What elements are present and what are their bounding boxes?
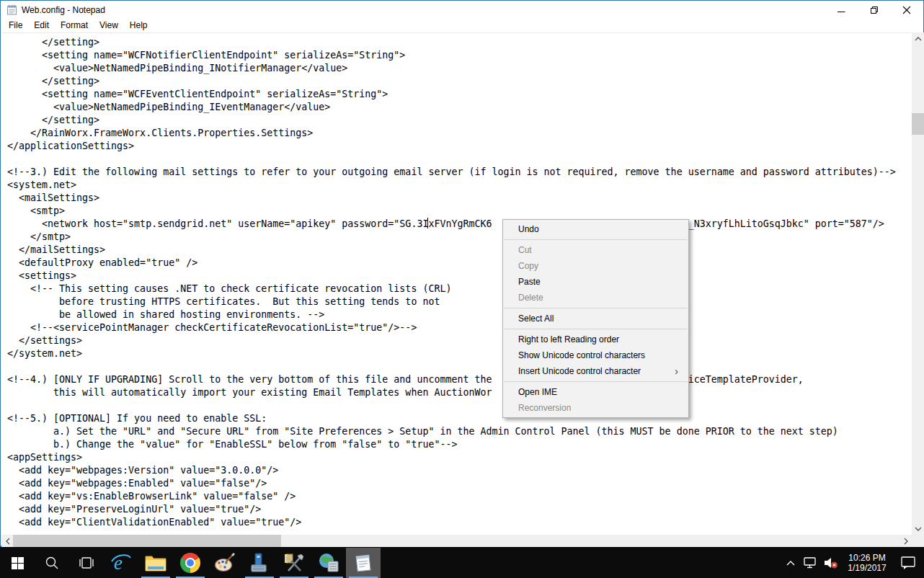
code-line: be allowed in shared hosting environment…: [7, 308, 912, 321]
context-menu-item-reconversion: Reconversion: [503, 400, 688, 416]
menu-separator: [504, 239, 688, 240]
code-line: <network host="smtp.sendgrid.net" userNa…: [7, 218, 912, 231]
clock-time: 10:26 PM: [842, 553, 892, 563]
context-menu: UndoCutCopyPasteDeleteSelect AllRight to…: [502, 219, 689, 418]
start-button[interactable]: [0, 548, 35, 578]
code-line: [7, 153, 912, 166]
context-menu-item-cut: Cut: [503, 242, 688, 258]
code-line: b.) Change the "value" for "EnableSSL" b…: [7, 438, 912, 451]
scrollbar-corner: [912, 535, 924, 547]
volume-muted-icon: [823, 556, 839, 569]
vertical-scroll-thumb[interactable]: [912, 113, 924, 135]
menu-bar: FileEditFormatViewHelp: [1, 18, 923, 32]
code-line: </setting>: [7, 114, 912, 127]
code-line: this will automatically import your exis…: [7, 386, 912, 399]
context-menu-item-undo[interactable]: Undo: [503, 221, 688, 237]
hidden-icons-chevron-icon: [786, 560, 795, 566]
chevron-left-icon: [6, 538, 10, 545]
notepad-app-icon: [6, 4, 17, 15]
file-explorer-icon: [145, 553, 166, 572]
horizontal-scrollbar[interactable]: [1, 535, 912, 547]
code-line: <!-- This setting causes .NET to check c…: [7, 283, 912, 295]
task-view-button[interactable]: [69, 548, 104, 578]
horizontal-scroll-thumb[interactable]: [13, 535, 281, 547]
code-line: <settings>: [7, 270, 912, 283]
context-menu-item-open-ime[interactable]: Open IME: [503, 384, 688, 400]
scroll-down-button[interactable]: [912, 523, 924, 535]
network-tray-button[interactable]: [800, 548, 820, 578]
hidden-icons-button[interactable]: [781, 548, 800, 578]
minimize-button[interactable]: [825, 1, 858, 18]
taskbar-clock[interactable]: 10:26 PM 1/19/2017: [842, 553, 892, 573]
admin-tools-button[interactable]: [277, 548, 311, 578]
search-icon: [45, 556, 59, 570]
code-line: <!--3.) Edit the following mail settings…: [7, 166, 912, 179]
code-line: </setting>: [7, 75, 912, 88]
file-explorer-button[interactable]: [138, 548, 173, 578]
context-menu-item-insert-unicode-control-character[interactable]: Insert Unicode control character›: [503, 363, 688, 379]
menu-help[interactable]: Help: [124, 18, 154, 32]
context-menu-item-show-unicode-control-characters[interactable]: Show Unicode control characters: [503, 347, 688, 363]
code-line: </applicationSettings>: [7, 140, 912, 153]
code-line: <!--5.) [OPTIONAL] If you need to enable…: [7, 412, 912, 425]
close-icon: [902, 6, 911, 14]
paint-icon: [214, 553, 236, 573]
context-menu-item-delete: Delete: [503, 290, 688, 306]
chevron-right-icon: [904, 538, 908, 545]
restore-button[interactable]: [858, 1, 890, 18]
code-line: </settings>: [7, 334, 912, 347]
action-center-icon: [900, 556, 916, 570]
chrome-button[interactable]: [173, 548, 208, 578]
scroll-right-button[interactable]: [899, 535, 912, 547]
code-line: <mailSettings>: [7, 192, 912, 205]
code-line: [7, 399, 912, 412]
internet-explorer-icon: e: [110, 552, 132, 574]
context-menu-item-copy: Copy: [503, 258, 688, 274]
menu-edit[interactable]: Edit: [28, 18, 55, 32]
submenu-arrow-icon: ›: [675, 363, 678, 379]
context-menu-item-right-to-left-reading-order[interactable]: Right to left Reading order: [503, 332, 688, 347]
context-menu-item-select-all[interactable]: Select All: [503, 311, 688, 326]
code-line: a.) Set the "URL" and "Secure URL" from …: [7, 425, 912, 438]
menu-separator: [504, 381, 688, 382]
admin-tools-icon: [283, 553, 305, 573]
code-line: </RainWorx.FrameWorx.Clients.Properties.…: [7, 127, 912, 140]
code-line: <add key="PreserveLoginUrl" value="true"…: [7, 503, 912, 516]
system-tool-icon: [249, 553, 270, 573]
code-line: </setting>: [7, 36, 912, 49]
code-line: <add key="webpages:Version" value="3.0.0…: [7, 464, 912, 477]
minimize-icon: [838, 6, 845, 14]
close-button[interactable]: [890, 1, 923, 18]
scroll-up-button[interactable]: [912, 32, 924, 45]
taskbar-search-button[interactable]: [35, 548, 69, 578]
iis-manager-button[interactable]: [311, 548, 346, 578]
chrome-icon: [180, 553, 200, 573]
vertical-scrollbar[interactable]: [912, 32, 924, 535]
action-center-button[interactable]: [892, 548, 924, 578]
notepad-icon: [353, 553, 373, 573]
text-caret: [427, 218, 428, 228]
code-line: </smtp>: [7, 231, 912, 244]
scroll-left-button[interactable]: [1, 535, 14, 547]
chevron-up-icon: [915, 37, 922, 41]
code-line: <appSettings>: [7, 451, 912, 464]
code-line: <value>NetNamedPipeBinding_IEventManager…: [7, 101, 912, 114]
text-editor-area[interactable]: </setting> <setting name="WCFNotifierCli…: [1, 32, 912, 535]
context-menu-item-paste[interactable]: Paste: [503, 274, 688, 290]
menu-separator: [504, 308, 688, 308]
clock-date: 1/19/2017: [842, 563, 892, 573]
notepad-taskbar-button[interactable]: [346, 548, 381, 578]
code-line: before trusting HTTPS certificates. But …: [7, 295, 912, 308]
code-line: <setting name="WCFNotifierClientEndpoint…: [7, 49, 912, 62]
menu-view[interactable]: View: [94, 18, 124, 32]
code-line: </mailSettings>: [7, 244, 912, 257]
menu-file[interactable]: File: [3, 18, 28, 32]
paint-button[interactable]: [208, 548, 242, 578]
internet-explorer-button[interactable]: e: [104, 548, 138, 578]
code-line: [7, 360, 912, 373]
volume-tray-button[interactable]: [820, 548, 842, 578]
code-line: <!--4.) [ONLY IF UPGRADING] Scroll to th…: [7, 373, 912, 386]
system-tool-button[interactable]: [242, 548, 277, 578]
menu-format[interactable]: Format: [55, 18, 94, 32]
title-bar: Web.config - Notepad: [1, 1, 923, 18]
